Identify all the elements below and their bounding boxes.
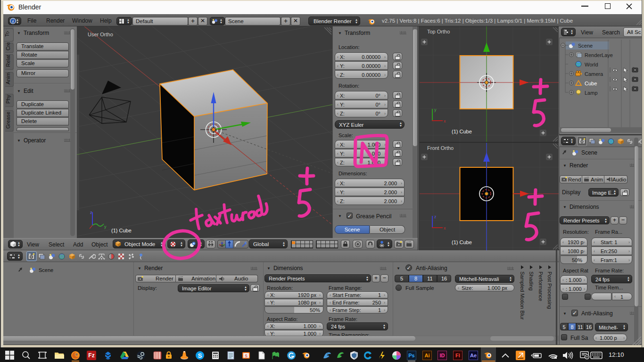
svg-text:Top Ortho: Top Ortho <box>427 29 450 34</box>
svg-text:(1) Cube: (1) Cube <box>452 129 472 134</box>
svg-text:S: S <box>198 352 202 359</box>
svg-text:y: y <box>104 224 107 229</box>
svg-text:z: z <box>90 210 92 215</box>
svg-text:x: x <box>444 226 446 230</box>
svg-text:Front Ortho: Front Ortho <box>427 145 454 151</box>
svg-text:(1) Cube: (1) Cube <box>111 228 132 233</box>
svg-text:User Ortho: User Ortho <box>88 32 113 37</box>
svg-text:S: S <box>245 354 248 358</box>
svg-text:x: x <box>444 119 446 123</box>
svg-text:y: y <box>434 107 437 112</box>
svg-text:z: z <box>434 214 437 219</box>
svg-text:(1) Cube: (1) Cube <box>452 239 472 245</box>
